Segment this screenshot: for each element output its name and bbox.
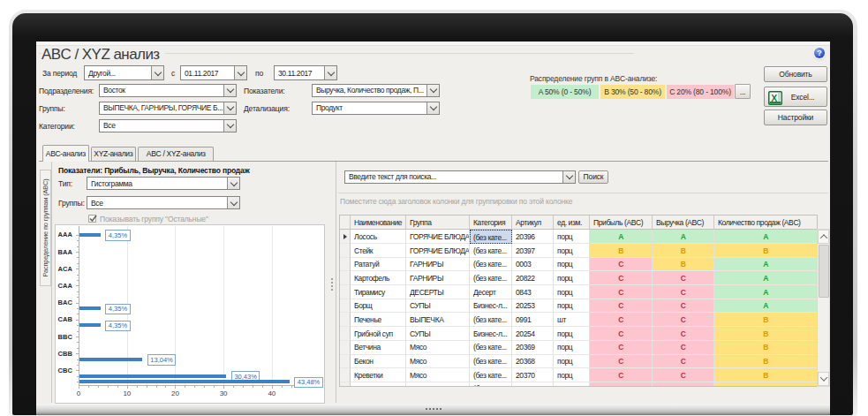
- cell-abc: C: [590, 271, 653, 285]
- chevron-down-icon[interactable]: [227, 178, 239, 189]
- help-icon[interactable]: ?: [814, 48, 825, 58]
- date-to-select[interactable]: 30.11.2017: [274, 65, 337, 80]
- categories-select-value: Все: [100, 121, 223, 130]
- distribution-more-button[interactable]: ...: [735, 84, 751, 99]
- chart-category-label: BAC: [53, 299, 72, 306]
- column-header[interactable]: Артикул: [512, 216, 554, 230]
- cell-group: ГОРЯЧИЕ БЛЮДА: [406, 244, 470, 258]
- chart-category-label: BAA: [53, 249, 72, 255]
- scroll-down-button[interactable]: [818, 372, 829, 386]
- tab-abc[interactable]: ABC-анализ: [42, 145, 89, 162]
- table-scrollbar[interactable]: [817, 229, 830, 387]
- scroll-up-button[interactable]: [818, 230, 829, 244]
- cell-unit: шт: [554, 313, 590, 327]
- cell-sku: 20370: [512, 368, 554, 382]
- column-header[interactable]: Наименование: [351, 216, 406, 230]
- column-header[interactable]: Группа: [406, 216, 470, 230]
- chevron-down-icon[interactable]: [227, 197, 239, 208]
- cell-name: Бекон: [351, 355, 406, 369]
- table-row: БорщСУПЫБизнес-л...20253порцCCA: [340, 299, 817, 314]
- column-header[interactable]: Количество продаж (ABC): [714, 216, 818, 230]
- chart-groups-select[interactable]: Все: [87, 196, 240, 209]
- cell-sku: 20822: [512, 271, 554, 285]
- abc-group-chip: C 20% (80 - 100%): [667, 85, 734, 99]
- collapsed-panel-tab[interactable]: Распределение по группам (ABC): [40, 170, 51, 286]
- cell-abc: C: [653, 299, 714, 314]
- refresh-button[interactable]: Обновить: [764, 66, 827, 82]
- chart-x-tick: [262, 386, 263, 388]
- chart-type-select[interactable]: Гистограмма: [87, 177, 240, 190]
- current-row-icon: [343, 234, 347, 239]
- detail-select[interactable]: Продукт: [312, 102, 440, 115]
- chart-x-tick: [194, 386, 195, 388]
- chart-x-tick: [223, 386, 224, 390]
- table-row: ЛососьГОРЯЧИЕ БЛЮДА(без кате...20396порц…: [340, 230, 817, 244]
- cell-abc: B: [714, 382, 818, 387]
- cell-abc: C: [653, 355, 714, 369]
- search-input[interactable]: Введите текст для поиска...: [344, 170, 576, 184]
- group-by-hint: Поместите сюда заголовок колонки для гру…: [340, 197, 572, 206]
- cell-sku: [512, 382, 554, 387]
- cell-sku: 20253: [512, 299, 554, 314]
- cell-unit: порц: [554, 341, 590, 355]
- chevron-down-icon[interactable]: [234, 66, 246, 79]
- row-indicator: [340, 258, 351, 272]
- date-from-select[interactable]: 01.11.2017: [180, 65, 247, 80]
- products-table: НаименованиеГруппаКатегорияАртикулед. из…: [339, 215, 818, 387]
- chevron-down-icon[interactable]: [426, 85, 439, 96]
- show-others-checkbox[interactable]: [88, 215, 96, 223]
- cell-sku: 20397: [512, 244, 554, 258]
- chevron-down-icon[interactable]: [151, 66, 163, 79]
- chart-y-tick: [76, 285, 79, 286]
- tab-abc-xyz[interactable]: ABC / XYZ-анализ: [138, 147, 214, 161]
- focused-cell[interactable]: (без кате...: [470, 230, 512, 243]
- chevron-down-icon[interactable]: [223, 85, 236, 96]
- department-label: Подразделения:: [39, 87, 94, 95]
- groups-select[interactable]: ВЫПЕЧКА, ГАРНИРЫ, ГОРЯЧИЕ Б...: [99, 102, 237, 115]
- chart-x-tick: [147, 386, 147, 388]
- scrollbar-thumb[interactable]: [819, 245, 829, 298]
- column-header[interactable]: ед. изм.: [554, 216, 590, 230]
- period-select[interactable]: Другой...: [84, 65, 164, 80]
- excel-icon: X: [768, 91, 782, 105]
- indicators-select[interactable]: Выручка, Количество продаж, П...: [312, 84, 440, 97]
- date-from-select-value: 01.11.2017: [181, 69, 234, 78]
- groupbox-border: [162, 53, 634, 54]
- cell-abc: C: [653, 313, 714, 327]
- chart-y-tick: [76, 252, 79, 253]
- cell-group: Мясо: [406, 368, 470, 382]
- cell-group: СУПЫ: [406, 327, 470, 341]
- chevron-down-icon[interactable]: [223, 102, 236, 114]
- row-indicator: [340, 313, 351, 327]
- panel-splitter[interactable]: [331, 278, 333, 291]
- row-indicator: [340, 230, 351, 244]
- cell-name: Креветки: [351, 368, 406, 382]
- chart-y-tick: [77, 382, 79, 382]
- cell-category: (без кате...: [470, 313, 512, 327]
- column-header[interactable]: Прибыль (ABC): [590, 216, 653, 230]
- settings-button[interactable]: Настройки: [764, 110, 827, 125]
- tab-xyz[interactable]: XYZ-анализ: [91, 147, 137, 161]
- cell-unit: порц: [554, 258, 590, 272]
- chart-bar-value: 4,35%: [105, 304, 130, 315]
- cell-sku: 0003: [512, 258, 554, 272]
- chevron-down-icon[interactable]: [426, 102, 439, 114]
- chevron-down-icon[interactable]: [324, 66, 336, 79]
- cell-abc: C: [590, 368, 653, 382]
- chart-x-tick: [175, 386, 176, 390]
- excel-button[interactable]: XExcel...: [764, 87, 827, 107]
- chart-xtick-label: 0: [70, 390, 87, 397]
- table-row: ВетчинаМясо(без кате...20369порцCCB: [340, 341, 817, 355]
- department-select[interactable]: Восток: [99, 84, 237, 97]
- date-to-select-value: 30.11.2017: [275, 69, 324, 78]
- cell-group: ВЫПЕЧКА: [406, 313, 470, 327]
- column-header[interactable]: Выручка (ABC): [653, 216, 714, 230]
- column-header[interactable]: Категория: [470, 216, 512, 230]
- cell-group: Мясо: [406, 355, 470, 369]
- chart-y-tick: [77, 376, 79, 377]
- chevron-down-icon[interactable]: [562, 171, 575, 183]
- chevron-down-icon[interactable]: [223, 120, 236, 132]
- search-button[interactable]: Поиск: [578, 170, 608, 185]
- chart-x-tick: [204, 386, 205, 388]
- categories-select[interactable]: Все: [99, 119, 237, 132]
